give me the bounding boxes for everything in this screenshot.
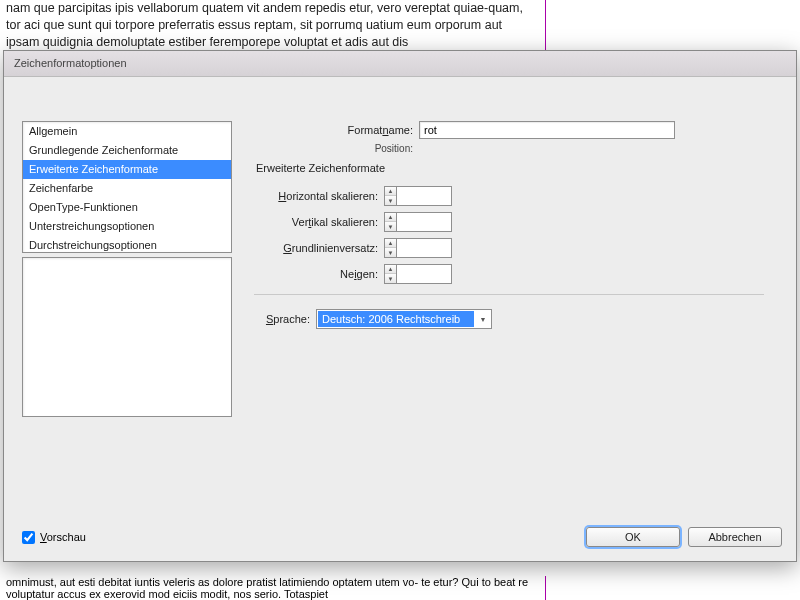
vscale-spinner[interactable]: ▲ ▼ [384, 212, 396, 232]
sidebar-item-opentype[interactable]: OpenType-Funktionen [23, 198, 231, 217]
language-value: Deutsch: 2006 Rechtschreib [318, 311, 474, 327]
spinner-down-icon[interactable]: ▼ [385, 222, 396, 231]
spinner-down-icon[interactable]: ▼ [385, 196, 396, 205]
bg-top-text: nam que parcipitas ipis vellaborum quate… [6, 0, 537, 51]
skew-input[interactable] [396, 264, 452, 284]
divider [254, 294, 764, 295]
preview-checkbox-wrap[interactable]: Vorschau [22, 531, 86, 544]
dialog-title: Zeichenformatoptionen [14, 57, 127, 69]
spinner-up-icon[interactable]: ▲ [385, 213, 396, 222]
sidebar-item-advanced-formats[interactable]: Erweiterte Zeichenformate [23, 160, 231, 179]
preview-box [22, 257, 232, 417]
chevron-down-icon[interactable]: ▼ [475, 310, 491, 328]
sidebar-item-strikethrough[interactable]: Durchstreichungsoptionen [23, 236, 231, 253]
category-sidebar: Allgemein Grundlegende Zeichenformate Er… [22, 121, 232, 417]
main-panel: Formatname: Position: Erweiterte Zeichen… [254, 121, 778, 329]
sidebar-item-underline[interactable]: Unterstreichungsoptionen [23, 217, 231, 236]
spinner-up-icon[interactable]: ▲ [385, 187, 396, 196]
preview-checkbox[interactable] [22, 531, 35, 544]
baseline-spinner[interactable]: ▲ ▼ [384, 238, 396, 258]
vscale-label: Vertikal skalieren: [260, 216, 384, 228]
ok-button[interactable]: OK [586, 527, 680, 547]
sidebar-item-color[interactable]: Zeichenfarbe [23, 179, 231, 198]
preview-label: Vorschau [40, 531, 86, 543]
sidebar-item-basic-formats[interactable]: Grundlegende Zeichenformate [23, 141, 231, 160]
format-name-input[interactable] [419, 121, 675, 139]
spinner-up-icon[interactable]: ▲ [385, 239, 396, 248]
bg-bottom-text: omnimust, aut esti debitat iuntis veleri… [6, 576, 537, 600]
format-name-label: Formatname: [254, 124, 419, 136]
sidebar-item-general[interactable]: Allgemein [23, 122, 231, 141]
section-title: Erweiterte Zeichenformate [256, 162, 778, 174]
hscale-input[interactable] [396, 186, 452, 206]
dialog-footer: Vorschau OK Abbrechen [22, 527, 782, 547]
document-background-bottom: omnimust, aut esti debitat iuntis veleri… [0, 576, 800, 600]
category-listbox[interactable]: Allgemein Grundlegende Zeichenformate Er… [22, 121, 232, 253]
language-label: Sprache: [260, 313, 316, 325]
spinner-down-icon[interactable]: ▼ [385, 274, 396, 283]
baseline-label: Grundlinienversatz: [260, 242, 384, 254]
spinner-down-icon[interactable]: ▼ [385, 248, 396, 257]
hscale-label: Horizontal skalieren: [260, 190, 384, 202]
language-combo[interactable]: Deutsch: 2006 Rechtschreib ▼ [316, 309, 492, 329]
hscale-spinner[interactable]: ▲ ▼ [384, 186, 396, 206]
position-label: Position: [254, 143, 419, 154]
skew-spinner[interactable]: ▲ ▼ [384, 264, 396, 284]
vscale-input[interactable] [396, 212, 452, 232]
skew-label: Neigen: [260, 268, 384, 280]
character-style-options-dialog: Zeichenformatoptionen Allgemein Grundleg… [3, 50, 797, 562]
dialog-titlebar: Zeichenformatoptionen [4, 51, 796, 77]
spinner-up-icon[interactable]: ▲ [385, 265, 396, 274]
baseline-input[interactable] [396, 238, 452, 258]
cancel-button[interactable]: Abbrechen [688, 527, 782, 547]
